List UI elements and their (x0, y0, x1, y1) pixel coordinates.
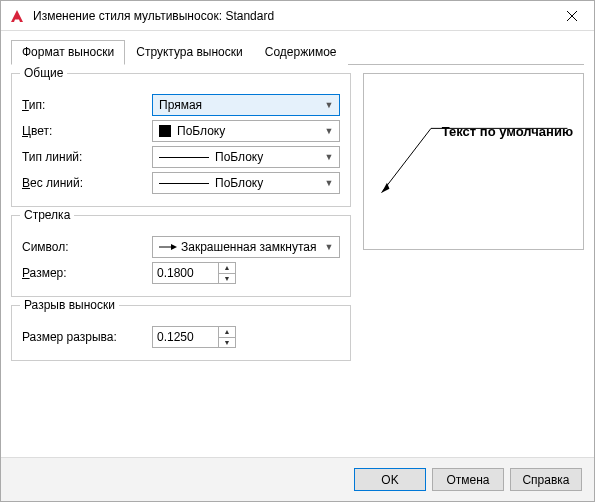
input-arrow-size[interactable] (152, 262, 218, 284)
group-arrow: Стрелка Символ: Закрашенная замкнутая ▼ (11, 215, 351, 297)
chevron-down-icon: ▼ (321, 152, 337, 162)
chevron-down-icon: ▼ (321, 178, 337, 188)
label-color: Цвет: (22, 124, 152, 138)
close-button[interactable] (550, 1, 594, 31)
label-linetype: Тип линий: (22, 150, 152, 164)
spin-buttons: ▲ ▼ (218, 262, 236, 284)
combo-linetype[interactable]: ПоБлоку ▼ (152, 146, 340, 168)
color-swatch-icon (159, 125, 171, 137)
group-break-legend: Разрыв выноски (20, 298, 119, 312)
tab-leader-structure[interactable]: Структура выноски (125, 40, 254, 65)
combo-lineweight[interactable]: ПоБлоку ▼ (152, 172, 340, 194)
row-break-size: Размер разрыва: ▲ ▼ (22, 324, 340, 350)
dialog-footer: OK Отмена Справка (1, 457, 594, 501)
label-symbol: Символ: (22, 240, 152, 254)
row-linetype: Тип линий: ПоБлоку ▼ (22, 144, 340, 170)
group-break: Разрыв выноски Размер разрыва: ▲ ▼ (11, 305, 351, 361)
dialog-content: Формат выноски Структура выноски Содержи… (1, 31, 594, 457)
spin-down-button[interactable]: ▼ (219, 338, 235, 348)
svg-line-5 (382, 128, 431, 192)
lineweight-icon (159, 183, 209, 184)
title-bar: Изменение стиля мультивыносок: Standard (1, 1, 594, 31)
row-arrow-size: Размер: ▲ ▼ (22, 260, 340, 286)
combo-type[interactable]: Прямая ▼ (152, 94, 340, 116)
spinner-break-size[interactable]: ▲ ▼ (152, 326, 238, 348)
row-color: Цвет: ПоБлоку ▼ (22, 118, 340, 144)
app-icon (9, 8, 25, 24)
combo-color[interactable]: ПоБлоку ▼ (152, 120, 340, 142)
tab-strip: Формат выноски Структура выноски Содержи… (11, 39, 584, 65)
spinner-arrow-size[interactable]: ▲ ▼ (152, 262, 238, 284)
row-lineweight: Вес линий: ПоБлоку ▼ (22, 170, 340, 196)
combo-type-value: Прямая (159, 98, 202, 112)
tab-leader-format[interactable]: Формат выноски (11, 40, 125, 65)
chevron-down-icon: ▼ (321, 100, 337, 110)
row-type: Тип: Прямая ▼ (22, 92, 340, 118)
combo-color-value: ПоБлоку (177, 124, 225, 138)
combo-symbol[interactable]: Закрашенная замкнутая ▼ (152, 236, 340, 258)
group-general-legend: Общие (20, 66, 67, 80)
tab-panel-format: Общие Тип: Прямая ▼ Цвет: ПоБлоку ▼ (11, 65, 584, 457)
combo-lineweight-value: ПоБлоку (215, 176, 263, 190)
preview-pane: Текст по умолчанию (363, 73, 584, 250)
combo-linetype-value: ПоБлоку (215, 150, 263, 164)
chevron-down-icon: ▼ (321, 242, 337, 252)
group-arrow-legend: Стрелка (20, 208, 74, 222)
linetype-icon (159, 157, 209, 158)
help-button[interactable]: Справка (510, 468, 582, 491)
preview-column: Текст по умолчанию (363, 73, 584, 457)
label-lineweight: Вес линий: (22, 176, 152, 190)
spin-up-button[interactable]: ▲ (219, 263, 235, 274)
label-break-size: Размер разрыва: (22, 330, 152, 344)
row-symbol: Символ: Закрашенная замкнутая ▼ (22, 234, 340, 260)
spin-buttons: ▲ ▼ (218, 326, 236, 348)
cancel-button[interactable]: Отмена (432, 468, 504, 491)
group-general: Общие Тип: Прямая ▼ Цвет: ПоБлоку ▼ (11, 73, 351, 207)
form-column: Общие Тип: Прямая ▼ Цвет: ПоБлоку ▼ (11, 73, 351, 457)
label-arrow-size: Размер: (22, 266, 152, 280)
combo-symbol-value: Закрашенная замкнутая (181, 240, 316, 254)
label-type: Тип: (22, 98, 152, 112)
spin-down-button[interactable]: ▼ (219, 274, 235, 284)
window-title: Изменение стиля мультивыносок: Standard (33, 9, 550, 23)
tab-content[interactable]: Содержимое (254, 40, 348, 65)
chevron-down-icon: ▼ (321, 126, 337, 136)
ok-button[interactable]: OK (354, 468, 426, 491)
close-icon (567, 11, 577, 21)
input-break-size[interactable] (152, 326, 218, 348)
preview-text: Текст по умолчанию (442, 124, 573, 139)
arrowhead-icon (159, 241, 177, 253)
spin-up-button[interactable]: ▲ (219, 327, 235, 338)
svg-marker-3 (171, 244, 177, 250)
